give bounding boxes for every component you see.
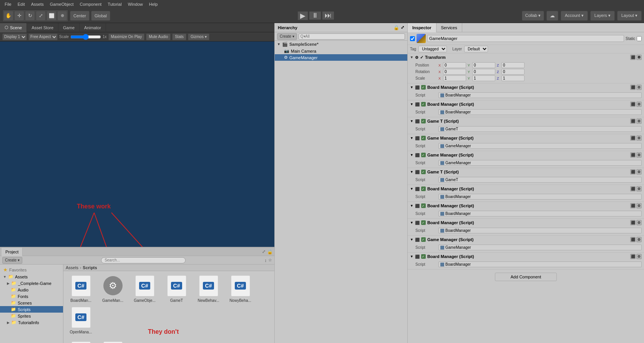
- create-btn[interactable]: Create ▾: [2, 257, 22, 264]
- project-search[interactable]: [101, 257, 186, 263]
- scale-z[interactable]: [501, 75, 524, 81]
- rotation-y[interactable]: [472, 69, 495, 75]
- hierarchy-lock[interactable]: 🔒: [393, 25, 399, 30]
- gameobject-active[interactable]: [410, 36, 415, 41]
- step-button[interactable]: ⏭: [322, 12, 334, 20]
- filter-icon[interactable]: ☆: [268, 258, 272, 263]
- transform-icon1[interactable]: ⬛: [630, 55, 636, 60]
- static-checkbox[interactable]: [637, 36, 642, 41]
- tab-scene[interactable]: ⬡ Scene: [0, 23, 27, 32]
- display-select[interactable]: Display 1: [2, 33, 27, 40]
- asset-newbehav[interactable]: C# NewBehav...: [194, 274, 223, 303]
- component-6-header[interactable]: ▼ ⬛ ✓ Board Manager (Script) ⬛ ⚙: [408, 185, 644, 193]
- asset-gameman[interactable]: ⚙ GameMan...: [98, 274, 127, 303]
- asset-reallyman[interactable]: C# ReallyMan...: [66, 340, 95, 343]
- asset-gamet[interactable]: C# GameT: [162, 274, 191, 303]
- gameobject-name[interactable]: [427, 35, 624, 42]
- component-5-header[interactable]: ▼ ⬛ ✓ Game T (Script) ⬛ ⚙: [408, 168, 644, 176]
- transform-icon2[interactable]: ⚙: [636, 55, 642, 60]
- sidebar-scenes[interactable]: 📁 Scenes: [0, 300, 63, 306]
- position-x[interactable]: [443, 62, 466, 68]
- layout-button[interactable]: Layout ▾: [617, 11, 642, 21]
- collab-button[interactable]: Collab ▾: [522, 11, 544, 21]
- global-button[interactable]: Global: [91, 11, 110, 21]
- tab-inspector[interactable]: Inspector: [408, 23, 437, 32]
- sidebar-assets[interactable]: ▼ 📁 Assets: [0, 273, 63, 280]
- gizmos-btn[interactable]: Gizmos ▾: [188, 33, 209, 40]
- hierarchy-item-gamemanager[interactable]: ⚙ GameManager: [275, 54, 407, 61]
- pause-button[interactable]: ⏸: [309, 12, 321, 20]
- stats-btn[interactable]: Stats: [172, 33, 186, 40]
- sidebar-audio[interactable]: 📁 Audio: [0, 286, 63, 293]
- play-button[interactable]: ▶: [298, 12, 308, 20]
- tag-select[interactable]: Untagged: [418, 46, 447, 52]
- lock-icon[interactable]: 🔒: [267, 249, 273, 255]
- menu-help[interactable]: Help: [146, 1, 161, 7]
- breadcrumb-assets[interactable]: Assets: [66, 265, 78, 270]
- rotation-z[interactable]: [501, 69, 524, 75]
- tab-project[interactable]: Project: [2, 248, 23, 256]
- hierarchy-scene[interactable]: ▼ 🎬 SampleScene*: [275, 41, 407, 48]
- asset-whatiswr[interactable]: C# WhatIsWr...: [98, 340, 127, 343]
- sidebar-scripts[interactable]: 📁 Scripts: [0, 306, 63, 313]
- menu-edit[interactable]: Edit: [15, 1, 28, 7]
- asset-nowybeha[interactable]: C# NowyBeha...: [226, 274, 255, 303]
- transform-header[interactable]: ▼ ⚙ ✓ Transform ⬛ ⚙: [408, 53, 644, 61]
- hierarchy-item-camera[interactable]: 📷 Main Camera: [275, 48, 407, 54]
- hierarchy-expand[interactable]: ⤢: [401, 25, 404, 30]
- rotate-tool[interactable]: ↻: [25, 11, 35, 21]
- component-10-header[interactable]: ▼ ⬛ ✓ Board Manager (Script) ⬛ ⚙: [408, 253, 644, 260]
- scale-y[interactable]: [472, 75, 495, 81]
- mute-btn[interactable]: Mute Audio: [146, 33, 171, 40]
- layer-label: Layer: [452, 47, 462, 51]
- scale-tool[interactable]: ⤢: [36, 11, 46, 21]
- account-button[interactable]: Account ▾: [561, 11, 588, 21]
- menu-file[interactable]: File: [2, 1, 15, 7]
- center-button[interactable]: Center: [70, 11, 90, 21]
- tab-game[interactable]: Game: [58, 23, 80, 32]
- component-3-header[interactable]: ▼ ⬛ ✓ Game Manager (Script) ⬛ ⚙: [408, 134, 644, 142]
- sidebar-fonts[interactable]: 📁 Fonts: [0, 293, 63, 300]
- sidebar-tutorialinfo[interactable]: ▶ 📁 TutorialInfo: [0, 319, 63, 326]
- scale-slider[interactable]: [70, 34, 101, 40]
- menu-assets[interactable]: Assets: [28, 1, 47, 7]
- tab-asset-store[interactable]: Asset Store: [27, 23, 58, 32]
- hierarchy-create-btn[interactable]: Create ▾: [277, 33, 297, 40]
- rotation-x[interactable]: [443, 69, 466, 75]
- move-tool[interactable]: ✛: [14, 11, 24, 21]
- component-0-header[interactable]: ▼ ⬛ ✓ Board Manager (Script) ⬛ ⚙: [408, 83, 644, 91]
- tab-services[interactable]: Services: [437, 23, 462, 32]
- combined-tool[interactable]: ⊕: [57, 11, 67, 21]
- layers-button[interactable]: Layers ▾: [590, 11, 615, 21]
- add-component-btn[interactable]: Add Component: [495, 273, 557, 281]
- component-9-header[interactable]: ▼ ⬛ ✓ Game Manager (Script) ⬛ ⚙: [408, 236, 644, 243]
- expand-icon[interactable]: ⤢: [262, 249, 266, 254]
- aspect-select[interactable]: Free Aspect: [28, 33, 58, 40]
- menu-window[interactable]: Window: [125, 1, 146, 7]
- hierarchy-search[interactable]: [299, 33, 405, 40]
- rect-tool[interactable]: ⬜: [46, 11, 56, 21]
- asset-openmana[interactable]: C# OpenMana...: [66, 306, 95, 334]
- position-z[interactable]: [501, 62, 524, 68]
- component-4-header[interactable]: ▼ ⬛ ✓ Game Manager (Script) ⬛ ⚙: [408, 151, 644, 159]
- layer-select[interactable]: Default: [464, 46, 488, 52]
- menu-gameobject[interactable]: GameObject: [47, 1, 77, 7]
- breadcrumb-scripts[interactable]: Scripts: [83, 265, 97, 270]
- sort-icon[interactable]: ↕: [265, 258, 267, 263]
- component-7-header[interactable]: ▼ ⬛ ✓ Board Manager (Script) ⬛ ⚙: [408, 202, 644, 210]
- cloud-button[interactable]: ☁: [546, 11, 558, 21]
- component-1-header[interactable]: ▼ ⬛ ✓ Board Manager (Script) ⬛ ⚙: [408, 100, 644, 108]
- menu-component[interactable]: Component: [76, 1, 105, 7]
- sidebar-complete-game[interactable]: ▶ 📁 _Complete-Game: [0, 280, 63, 286]
- sidebar-sprites[interactable]: 📁 Sprites: [0, 313, 63, 319]
- asset-boardman[interactable]: C# BoardMan...: [66, 274, 95, 303]
- menu-tutorial[interactable]: Tutorial: [105, 1, 124, 7]
- hand-tool[interactable]: ✋: [3, 11, 13, 21]
- asset-gameobje[interactable]: C# GameObje...: [130, 274, 159, 303]
- component-8-header[interactable]: ▼ ⬛ ✓ Board Manager (Script) ⬛ ⚙: [408, 219, 644, 226]
- scale-x[interactable]: [443, 75, 466, 81]
- component-2-header[interactable]: ▼ ⬛ ✓ Game T (Script) ⬛ ⚙: [408, 117, 644, 125]
- position-y[interactable]: [472, 62, 495, 68]
- tab-animator[interactable]: Animator: [80, 23, 106, 32]
- maximize-btn[interactable]: Maximize On Play: [108, 33, 145, 40]
